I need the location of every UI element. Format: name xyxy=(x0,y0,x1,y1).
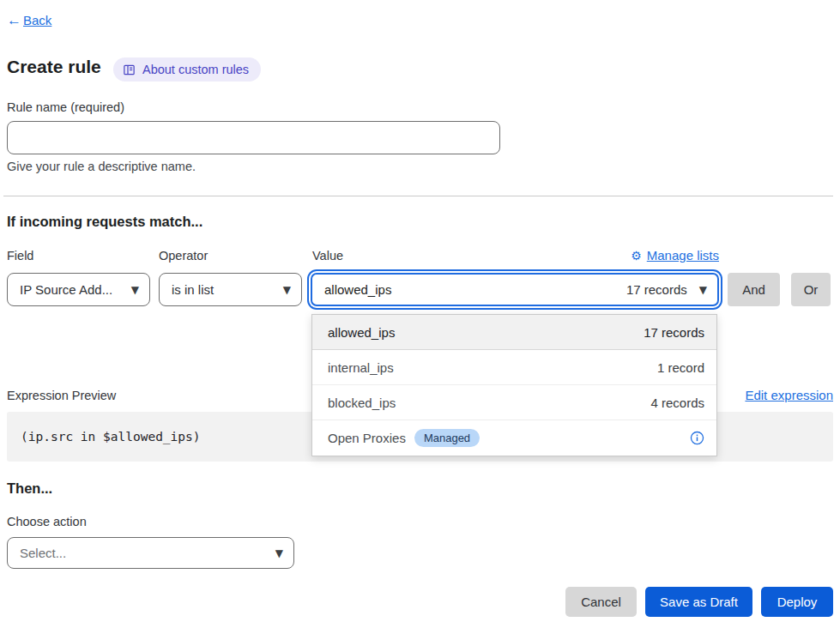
list-record-count: 17 records xyxy=(644,325,704,340)
list-record-count: 1 record xyxy=(657,360,704,375)
list-record-count: 4 records xyxy=(650,395,704,410)
expression-code: (ip.src in $allowed_ips) xyxy=(21,430,201,444)
info-icon[interactable] xyxy=(690,431,704,445)
and-button[interactable]: And xyxy=(728,273,780,306)
action-select[interactable]: Select... ▼ xyxy=(7,537,294,569)
choose-action-label: Choose action xyxy=(7,515,87,528)
rule-name-label: Rule name (required) xyxy=(7,100,124,114)
book-icon xyxy=(123,63,136,76)
dropdown-option-internal-ips[interactable]: internal_ips 1 record xyxy=(312,350,716,385)
edit-expression-link[interactable]: Edit expression xyxy=(745,388,833,402)
dropdown-option-blocked-ips[interactable]: blocked_ips 4 records xyxy=(312,385,716,420)
list-name: Open Proxies xyxy=(328,431,406,445)
value-select-value: allowed_ips xyxy=(324,282,391,297)
chevron-down-icon: ▼ xyxy=(283,285,291,295)
operator-column-label: Operator xyxy=(159,249,208,263)
rule-name-helper: Give your rule a descriptive name. xyxy=(7,160,196,173)
manage-lists-label: Manage lists xyxy=(647,248,719,263)
operator-select-value: is in list xyxy=(172,282,214,297)
value-select-records: 17 records xyxy=(626,282,687,297)
deploy-button[interactable]: Deploy xyxy=(761,587,833,617)
list-name: blocked_ips xyxy=(328,395,396,410)
or-button[interactable]: Or xyxy=(791,273,831,306)
value-dropdown-menu: allowed_ips 17 records internal_ips 1 re… xyxy=(311,314,717,456)
save-as-draft-button[interactable]: Save as Draft xyxy=(645,587,752,617)
back-arrow-icon: ← xyxy=(7,13,21,27)
edit-expression-label: Edit expression xyxy=(745,388,833,402)
back-link-label: Back xyxy=(23,13,51,27)
expression-preview-label: Expression Preview xyxy=(7,389,116,402)
then-section-heading: Then... xyxy=(7,480,52,497)
about-badge-label: About custom rules xyxy=(142,63,249,76)
field-select-value: IP Source Add... xyxy=(20,282,112,297)
about-custom-rules-badge[interactable]: About custom rules xyxy=(113,57,261,82)
dropdown-option-open-proxies[interactable]: Open Proxies Managed xyxy=(312,420,716,456)
chevron-down-icon: ▼ xyxy=(131,285,139,295)
section-divider xyxy=(3,196,833,196)
rule-name-input[interactable] xyxy=(7,121,500,154)
list-name: allowed_ips xyxy=(328,325,395,340)
action-select-placeholder: Select... xyxy=(20,546,66,560)
value-column-label: Value xyxy=(312,249,343,263)
match-section-heading: If incoming requests match... xyxy=(7,214,202,230)
value-select[interactable]: allowed_ips 17 records ▼ xyxy=(311,273,719,306)
managed-badge: Managed xyxy=(414,429,480,448)
dropdown-option-allowed-ips[interactable]: allowed_ips 17 records xyxy=(312,315,716,350)
list-name: internal_ips xyxy=(328,360,394,375)
chevron-down-icon: ▼ xyxy=(275,548,283,559)
cancel-button[interactable]: Cancel xyxy=(565,587,637,617)
back-link[interactable]: ←Back xyxy=(7,13,51,27)
chevron-down-icon: ▼ xyxy=(699,285,707,295)
create-rule-page: ←Back Create rule About custom rules Rul… xyxy=(0,0,840,634)
field-column-label: Field xyxy=(7,249,33,263)
page-title: Create rule xyxy=(7,57,101,77)
field-select[interactable]: IP Source Add... ▼ xyxy=(7,273,150,306)
operator-select[interactable]: is in list ▼ xyxy=(159,273,302,306)
manage-lists-link[interactable]: ⚙Manage lists xyxy=(631,248,719,263)
gear-icon: ⚙ xyxy=(631,250,642,262)
